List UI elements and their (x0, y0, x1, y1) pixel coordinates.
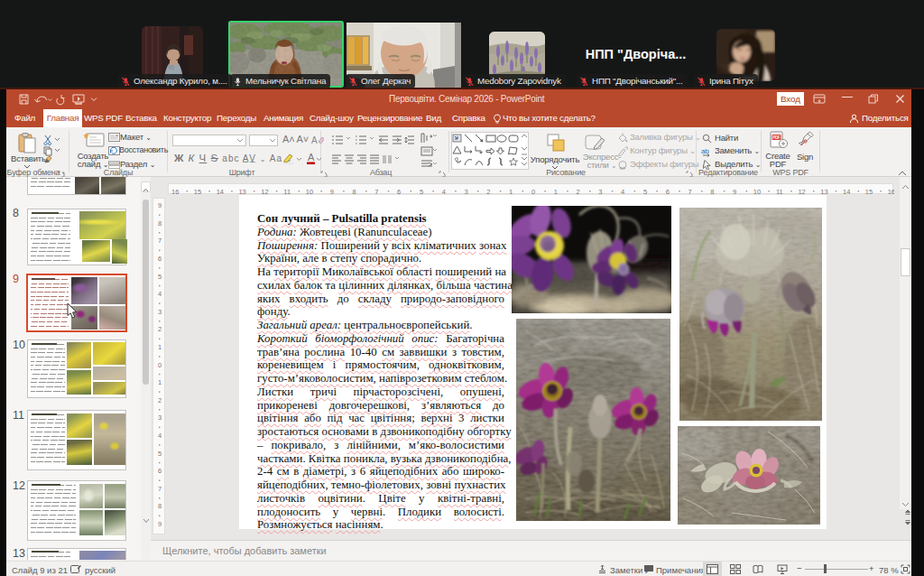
svg-text:2: 2 (158, 396, 162, 404)
svg-text:5: 5 (158, 450, 162, 458)
svg-text:3: 3 (158, 308, 162, 316)
svg-text:8: 8 (158, 502, 162, 510)
svg-text:2: 2 (158, 325, 162, 333)
svg-text:15: 15 (194, 188, 201, 196)
svg-text:4: 4 (158, 290, 162, 298)
svg-text:9: 9 (158, 520, 162, 528)
svg-text:PDF: PDF (772, 135, 781, 140)
svg-text:7: 7 (158, 237, 162, 245)
svg-text:0: 0 (158, 361, 162, 369)
svg-text:1: 1 (158, 343, 162, 351)
svg-text:14: 14 (843, 188, 850, 196)
svg-text:9: 9 (158, 201, 162, 209)
svg-text:7: 7 (158, 485, 162, 493)
svg-text:8: 8 (158, 219, 162, 228)
svg-text:5: 5 (158, 273, 162, 281)
svg-text:16: 16 (888, 188, 894, 196)
svg-text:15: 15 (865, 188, 873, 196)
svg-text:A: A (308, 153, 315, 163)
svg-text:14: 14 (217, 188, 224, 196)
svg-text:4: 4 (158, 432, 162, 440)
svg-text:A: A (311, 135, 318, 145)
svg-text:1: 1 (158, 378, 162, 386)
svg-text:16: 16 (171, 188, 179, 196)
svg-text:6: 6 (158, 467, 162, 475)
svg-text:6: 6 (158, 255, 162, 263)
svg-text:3: 3 (158, 413, 162, 422)
